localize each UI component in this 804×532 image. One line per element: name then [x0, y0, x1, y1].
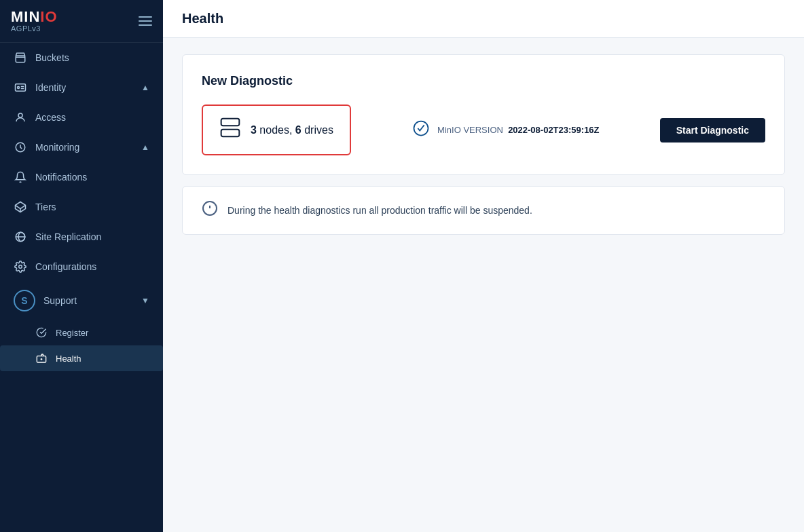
version-value: 2022-08-02T23:59:16Z	[508, 125, 599, 135]
sidebar-item-monitoring[interactable]: Monitoring ▲	[0, 132, 163, 162]
drives-label: drives	[304, 124, 333, 136]
sidebar-item-configurations-label: Configurations	[35, 261, 149, 272]
monitoring-chevron-icon: ▲	[141, 142, 149, 152]
nodes-drives-box: 3 nodes, 6 drives	[202, 104, 351, 155]
site-replication-icon	[14, 230, 27, 244]
sidebar-item-identity[interactable]: Identity ▲	[0, 73, 163, 102]
support-icon: S	[14, 290, 35, 311]
logo-area: MINIO AGPLv3	[0, 0, 163, 43]
support-chevron-icon: ▼	[141, 296, 149, 305]
start-diagnostic-button[interactable]: Start Diagnostic	[660, 118, 765, 142]
logo-agpl: AGPLv3	[11, 24, 58, 33]
diagnostic-card: New Diagnostic	[182, 54, 785, 175]
svg-rect-15	[221, 119, 240, 126]
sidebar-item-site-replication[interactable]: Site Replication	[0, 222, 163, 252]
sidebar-item-support[interactable]: S Support ▼	[0, 282, 163, 320]
version-area: MinIO VERSION 2022-08-02T23:59:16Z	[373, 119, 638, 142]
warning-message: During the health diagnostics run all pr…	[227, 205, 532, 216]
svg-rect-0	[16, 56, 25, 62]
nodes-count: 3	[251, 124, 257, 136]
svg-point-6	[18, 113, 22, 117]
sidebar-item-notifications[interactable]: Notifications	[0, 162, 163, 192]
bucket-icon	[14, 51, 27, 64]
health-icon	[35, 352, 48, 364]
diagnostic-row: 3 nodes, 6 drives MinIO	[202, 104, 765, 155]
svg-point-11	[19, 265, 22, 269]
sidebar-item-tiers[interactable]: Tiers	[0, 192, 163, 222]
warning-banner: During the health diagnostics run all pr…	[182, 186, 785, 235]
sidebar-item-register[interactable]: Register	[0, 320, 163, 345]
svg-point-3	[18, 87, 20, 89]
svg-rect-16	[221, 130, 240, 137]
notifications-icon	[14, 170, 27, 184]
diagnostic-card-title: New Diagnostic	[202, 74, 765, 88]
monitoring-icon	[14, 140, 27, 154]
access-icon	[14, 111, 27, 124]
nodes-label: nodes,	[259, 124, 292, 136]
sidebar-item-health[interactable]: Health	[0, 345, 163, 371]
tiers-icon	[14, 200, 27, 214]
sidebar-item-monitoring-label: Monitoring	[35, 142, 133, 153]
logo-minio: MINIO	[11, 10, 58, 24]
sidebar-item-support-label: Support	[43, 295, 133, 306]
logo-text: MINIO AGPLv3	[11, 10, 58, 33]
sidebar: MINIO AGPLv3 Buckets Ident	[0, 0, 163, 532]
sidebar-item-identity-label: Identity	[35, 82, 133, 93]
sidebar-item-register-label: Register	[56, 328, 88, 338]
sidebar-item-tiers-label: Tiers	[35, 202, 149, 212]
configurations-icon	[14, 260, 27, 273]
sidebar-item-notifications-label: Notifications	[35, 172, 149, 183]
menu-toggle-button[interactable]	[139, 16, 152, 26]
content-area: New Diagnostic	[163, 38, 804, 251]
server-icon	[219, 117, 241, 143]
warning-icon	[202, 200, 218, 221]
main-content: Health New Diagnostic	[163, 0, 804, 532]
minio-logo-icon	[412, 119, 431, 142]
top-bar: Health	[163, 0, 804, 38]
drives-count: 6	[295, 124, 302, 136]
sidebar-item-buckets[interactable]: Buckets	[0, 43, 163, 73]
nodes-drives-text: 3 nodes, 6 drives	[251, 124, 333, 136]
identity-chevron-icon: ▲	[141, 83, 149, 92]
sidebar-item-buckets-label: Buckets	[35, 52, 149, 63]
sidebar-item-site-replication-label: Site Replication	[35, 231, 149, 242]
sidebar-item-configurations[interactable]: Configurations	[0, 252, 163, 282]
page-title: Health	[182, 11, 223, 26]
register-icon	[35, 326, 48, 339]
identity-icon	[14, 81, 27, 94]
sidebar-item-access[interactable]: Access	[0, 102, 163, 132]
sidebar-item-health-label: Health	[56, 354, 81, 364]
version-label: MinIO VERSION 2022-08-02T23:59:16Z	[437, 125, 599, 135]
sidebar-item-access-label: Access	[35, 112, 149, 123]
